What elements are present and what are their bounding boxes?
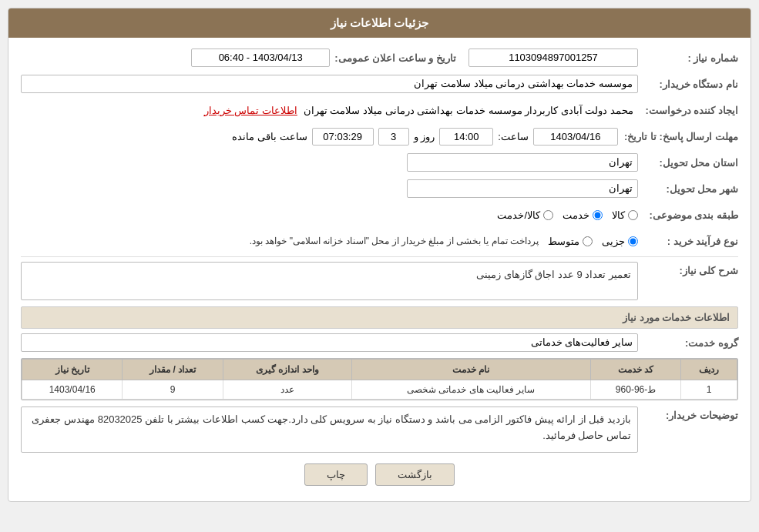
process-label: نوع فرآیند خرید : xyxy=(638,236,738,247)
announcement-date-value: 1403/04/13 - 06:40 xyxy=(191,49,330,67)
service-info-section-title: اطلاعات خدمات مورد نیاز xyxy=(21,306,738,329)
deadline-days: 3 xyxy=(378,128,409,146)
process-motavasset[interactable]: متوسط xyxy=(548,236,593,247)
deadline-label: مهلت ارسال پاسخ: تا تاریخ: xyxy=(618,131,738,142)
city-label: شهر محل تحویل: xyxy=(638,183,738,195)
deadline-date: 1403/04/16 xyxy=(533,128,618,146)
category-label: طبقه بندی موضوعی: xyxy=(638,209,738,221)
buyer-notes-value: بازدید قبل از ارائه پیش فاکتور الزامی می… xyxy=(21,407,638,453)
process-note: پرداخت تمام یا بخشی از مبلغ خریدار از مح… xyxy=(250,236,539,246)
service-table: ردیف کد خدمت نام خدمت واحد اندازه گیری ت… xyxy=(21,358,738,400)
cell-index: 1 xyxy=(681,380,737,400)
print-button[interactable]: چاپ xyxy=(304,463,368,486)
deadline-remaining: 07:03:29 xyxy=(312,128,374,146)
creator-value: محمد دولت آبادی کاربردار موسسه خدمات بهد… xyxy=(304,105,633,116)
deadline-days-label: روز و xyxy=(414,131,435,142)
col-code: کد خدمت xyxy=(590,360,680,380)
city-value: تهران xyxy=(407,179,638,198)
category-kala[interactable]: کالا xyxy=(612,209,638,221)
deadline-row: 1403/04/16 ساعت: 14:00 روز و 3 07:03:29 … xyxy=(21,128,618,146)
need-number-label: شماره نیاز : xyxy=(638,52,738,64)
category-options: کالا خدمت کالا/خدمت xyxy=(497,209,638,221)
buyer-org-value: موسسه خدمات بهداشتی درمانی میلاد سلامت ت… xyxy=(21,75,638,93)
cell-unit: عدد xyxy=(223,380,351,400)
table-row: 1ط-96-960سایر فعالیت های خدماتی شخصیعدد9… xyxy=(22,380,737,400)
back-button[interactable]: بازگشت xyxy=(375,463,455,486)
page-title: جزئیات اطلاعات نیاز xyxy=(8,8,751,38)
creator-row: محمد دولت آبادی کاربردار موسسه خدمات بهد… xyxy=(21,101,638,119)
deadline-time-label: ساعت: xyxy=(498,131,529,142)
col-quantity: تعداد / مقدار xyxy=(123,360,223,380)
deadline-remaining-label: ساعت باقی مانده xyxy=(232,131,307,142)
col-name: نام خدمت xyxy=(351,360,590,380)
cell-date: 1403/04/16 xyxy=(22,380,123,400)
footer-buttons: بازگشت چاپ xyxy=(21,463,738,492)
category-kala-khedmat[interactable]: کالا/خدمت xyxy=(497,209,553,221)
category-khedmat[interactable]: خدمت xyxy=(563,209,603,221)
col-date: تاریخ نیاز xyxy=(22,360,123,380)
province-value: تهران xyxy=(407,153,638,172)
creator-label: ایجاد کننده درخواست: xyxy=(638,105,738,116)
col-index: ردیف xyxy=(681,360,737,380)
buyer-notes-label: توضیحات خریدار: xyxy=(638,407,738,421)
deadline-time: 14:00 xyxy=(439,128,493,146)
col-unit: واحد اندازه گیری xyxy=(223,360,351,380)
need-description-value: تعمیر تعداد 9 عدد اجاق گازهای زمینی xyxy=(21,262,638,300)
cell-code: ط-96-960 xyxy=(590,380,680,400)
process-options: جزیی متوسط پرداخت تمام یا بخشی از مبلغ خ… xyxy=(250,236,638,247)
need-number-value: 1103094897001257 xyxy=(468,49,638,67)
service-group-label: گروه خدمت: xyxy=(638,337,738,349)
announcement-date-label: تاریخ و ساعت اعلان عمومی: xyxy=(330,52,456,64)
contact-link[interactable]: اطلاعات تماس خریدار xyxy=(204,105,297,116)
buyer-org-label: نام دستگاه خریدار: xyxy=(638,79,738,90)
process-jozii[interactable]: جزیی xyxy=(602,236,638,247)
province-label: استان محل تحویل: xyxy=(638,157,738,169)
service-group-value: سایر فعالیت‌های خدماتی xyxy=(21,333,638,352)
cell-quantity: 9 xyxy=(123,380,223,400)
cell-name: سایر فعالیت های خدماتی شخصی xyxy=(351,380,590,400)
need-description-label: شرح کلی نیاز: xyxy=(638,262,738,276)
